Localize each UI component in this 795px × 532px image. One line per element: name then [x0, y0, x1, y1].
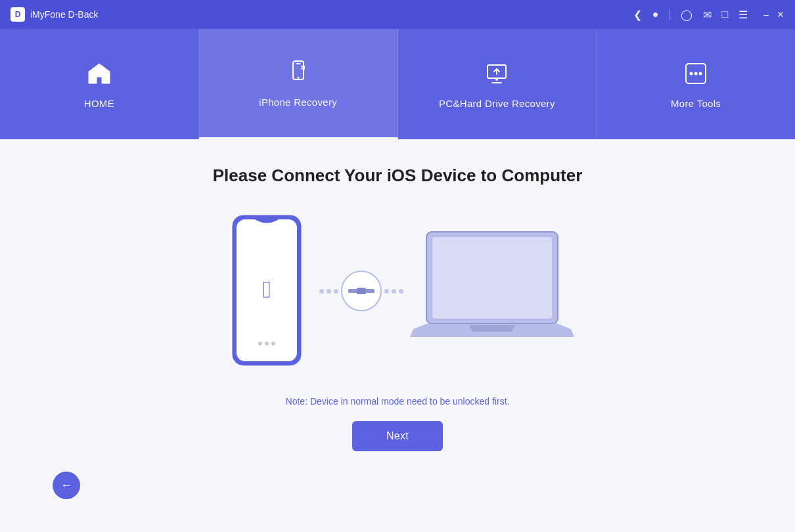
nav-label-iphone: iPhone Recovery — [259, 97, 337, 108]
mail-icon[interactable]: ✉ — [703, 9, 712, 21]
more-tools-icon — [682, 60, 710, 91]
cable-icon — [341, 271, 382, 311]
account-icon[interactable]: ● — [652, 9, 659, 20]
title-bar: D iMyFone D-Back ❮ ● ◯ ✉ □ ☰ – ✕ — [0, 0, 795, 29]
chat-icon[interactable]: □ — [722, 9, 729, 20]
svg-rect-15 — [365, 289, 375, 293]
window-controls: – ✕ — [763, 9, 784, 20]
divider — [670, 9, 670, 20]
dot-2 — [327, 289, 331, 294]
iphone-recovery-icon — [284, 58, 312, 90]
settings-icon[interactable]: ◯ — [681, 9, 693, 21]
svg-point-4 — [690, 72, 693, 75]
nav-label-home: HOME — [84, 98, 114, 109]
svg-point-2 — [495, 78, 498, 81]
svg-rect-14 — [357, 288, 366, 294]
next-button[interactable]: Next — [352, 421, 443, 451]
nav-item-pc-recovery[interactable]: PC&Hard Drive Recovery — [398, 29, 597, 139]
nav-bar: HOME iPhone Recovery PC&Hard Drive Recov… — [0, 29, 795, 139]
logo-letter: D — [15, 10, 21, 19]
svg-rect-17 — [432, 237, 552, 319]
back-button[interactable]: ← — [53, 472, 80, 499]
dot-6 — [399, 289, 403, 294]
svg-point-5 — [694, 72, 698, 75]
menu-icon[interactable]: ☰ — [738, 9, 748, 21]
share-icon[interactable]: ❮ — [633, 9, 642, 21]
svg-point-12 — [271, 342, 275, 345]
close-button[interactable]: ✕ — [777, 9, 784, 20]
nav-item-more-tools[interactable]: More Tools — [597, 29, 795, 139]
title-bar-icons: ❮ ● ◯ ✉ □ ☰ – ✕ — [633, 9, 784, 21]
page-title: Please Connect Your iOS Device to Comput… — [213, 166, 583, 186]
app-logo: D — [11, 7, 25, 22]
minimize-button[interactable]: – — [763, 9, 769, 20]
svg-text::  — [262, 276, 271, 303]
dot-4 — [384, 289, 389, 294]
back-arrow-icon: ← — [60, 479, 72, 493]
nav-label-tools: More Tools — [671, 98, 721, 109]
pc-recovery-icon — [483, 60, 511, 91]
svg-point-10 — [258, 342, 262, 345]
main-content: Please Connect Your iOS Device to Comput… — [0, 139, 795, 532]
note-text: Note: Device in normal mode need to be u… — [286, 396, 510, 407]
nav-label-pc: PC&Hard Drive Recovery — [439, 98, 555, 109]
svg-point-6 — [699, 72, 702, 75]
dot-5 — [392, 289, 396, 294]
dot-3 — [334, 289, 338, 294]
illustration:  — [221, 212, 574, 370]
home-icon — [85, 60, 113, 91]
phone-illustration:  — [221, 212, 313, 370]
svg-rect-13 — [348, 289, 357, 293]
connector-area — [319, 271, 403, 311]
laptop-illustration — [410, 225, 574, 357]
app-name: iMyFone D-Back — [30, 9, 633, 20]
nav-item-home[interactable]: HOME — [0, 29, 199, 139]
nav-item-iphone-recovery[interactable]: iPhone Recovery — [199, 29, 398, 139]
svg-point-11 — [265, 342, 269, 345]
dot-1 — [319, 289, 324, 294]
